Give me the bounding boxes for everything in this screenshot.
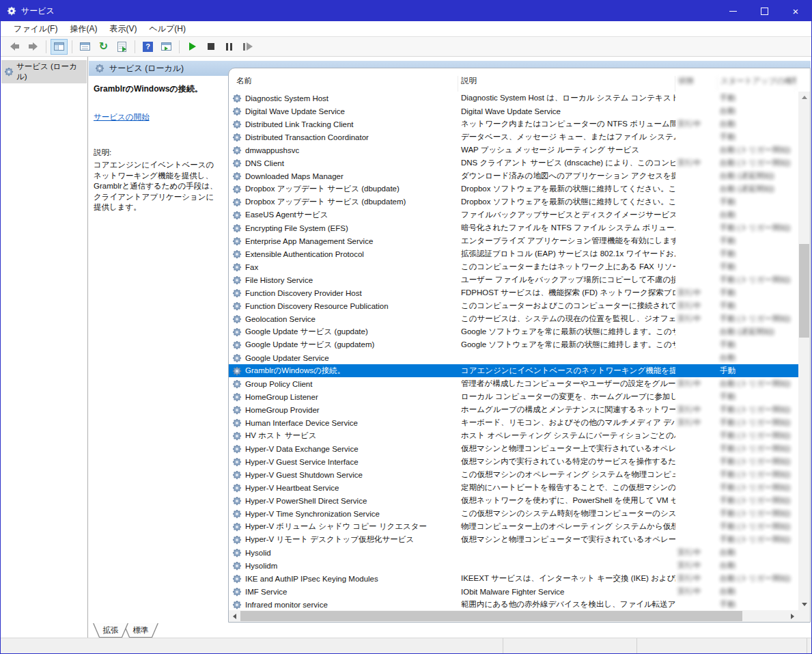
service-row[interactable]: Google Updater Service 自動 bbox=[229, 351, 798, 364]
menu-view[interactable]: 表示(V) bbox=[103, 22, 143, 36]
horizontal-scrollbar[interactable] bbox=[229, 610, 798, 622]
service-row[interactable]: Google Update サービス (gupdate) Google ソフトウ… bbox=[229, 325, 798, 338]
service-name: Dropbox アップデート サービス (dbupdatem) bbox=[245, 197, 406, 207]
service-row[interactable]: IKE and AuthIP IPsec Keying Modules IKEE… bbox=[229, 572, 798, 585]
service-row[interactable]: Hyper-V Time Synchronization Service この仮… bbox=[229, 507, 798, 520]
service-row[interactable]: Digital Wave Update Service Digital Wave… bbox=[229, 105, 798, 118]
view-tabs: 拡張 標準 bbox=[88, 623, 811, 638]
service-row[interactable]: Hyper-V Heartbeat Service 定期的にハートビートを報告す… bbox=[229, 481, 798, 494]
help-button[interactable]: ? bbox=[139, 39, 156, 55]
service-row[interactable]: Function Discovery Provider Host FDPHOST… bbox=[229, 286, 798, 299]
service-row[interactable]: Dropbox アップデート サービス (dbupdate) Dropbox ソ… bbox=[229, 182, 798, 195]
service-row[interactable]: Hysolidm 実行中 自動 bbox=[229, 559, 798, 572]
service-row[interactable]: IMF Service IObit Malware Fighter Servic… bbox=[229, 585, 798, 598]
horizontal-scroll-thumb[interactable] bbox=[240, 611, 742, 621]
tree-item-services-local[interactable]: サービス (ローカル) bbox=[1, 60, 87, 83]
menu-file[interactable]: ファイル(F) bbox=[8, 22, 64, 36]
services-gear-icon bbox=[95, 64, 104, 73]
service-name: HomeGroup Listener bbox=[245, 393, 318, 401]
service-name: Enterprise App Management Service bbox=[245, 237, 373, 245]
service-gear-icon bbox=[232, 405, 242, 415]
service-row[interactable]: DNS Client DNS クライアント サービス (dnscache) によ… bbox=[229, 156, 798, 169]
service-row[interactable]: Encrypting File System (EFS) 暗号化されたファイルを… bbox=[229, 221, 798, 234]
service-row[interactable]: Hysolid 実行中 自動 bbox=[229, 546, 798, 559]
service-gear-icon bbox=[232, 535, 242, 545]
service-gear-icon bbox=[232, 275, 242, 285]
minimize-button[interactable] bbox=[717, 1, 748, 21]
properties-button[interactable] bbox=[76, 39, 94, 55]
back-button[interactable] bbox=[6, 39, 23, 55]
vertical-scrollbar[interactable] bbox=[798, 92, 810, 610]
description-label: 説明: bbox=[94, 148, 221, 158]
column-header-startup-type[interactable]: スタートアップの種類 bbox=[718, 76, 796, 92]
vertical-scroll-thumb[interactable] bbox=[799, 244, 809, 338]
stop-service-button[interactable] bbox=[202, 39, 219, 55]
service-description: 物理コンピューター上のオペレーティング システムから仮想マシンに... bbox=[458, 521, 675, 532]
service-row[interactable]: Infrared monitor service 範囲内にある他の赤外線デバイス… bbox=[229, 598, 798, 610]
close-button[interactable]: × bbox=[780, 1, 811, 21]
service-row[interactable]: Hyper-V PowerShell Direct Service 仮想ネットワ… bbox=[229, 494, 798, 507]
tab-extended[interactable]: 拡張 bbox=[93, 623, 128, 638]
service-row[interactable]: Downloaded Maps Manager ダウンロード済みの地図へのアプリ… bbox=[229, 169, 798, 182]
service-startup-type: 自動 (トリガー開始) bbox=[718, 158, 796, 168]
service-description: Google ソフトウェアを常に最新の状態に維持します。このサービ... bbox=[458, 327, 675, 337]
service-row[interactable]: Hyper-V Data Exchange Service 仮想マシンと物理コン… bbox=[229, 442, 798, 455]
service-row[interactable]: Extensible Authentication Protocol 拡張認証プ… bbox=[229, 247, 798, 260]
forward-button[interactable] bbox=[25, 39, 42, 55]
start-service-link[interactable]: サービスの開始 bbox=[94, 112, 150, 122]
scroll-right-button[interactable] bbox=[787, 610, 798, 622]
service-name: File History Service bbox=[245, 276, 313, 284]
show-action-pane-button[interactable] bbox=[158, 39, 175, 55]
column-header-logon[interactable]: ログ bbox=[796, 76, 799, 92]
service-row[interactable]: Hyper-V Guest Shutdown Service この仮想マシンのオ… bbox=[229, 468, 798, 481]
column-header-description[interactable]: 説明 bbox=[458, 76, 675, 92]
service-row[interactable]: Function Discovery Resource Publication … bbox=[229, 299, 798, 312]
menu-action[interactable]: 操作(A) bbox=[64, 22, 103, 36]
service-row[interactable]: File History Service ユーザー ファイルをバックアップ場所に… bbox=[229, 273, 798, 286]
service-row[interactable]: Dropbox アップデート サービス (dbupdatem) Dropbox … bbox=[229, 195, 798, 208]
service-row[interactable]: Hyper-V Guest Service Interface 仮想マシン内で実… bbox=[229, 455, 798, 468]
service-startup-type: 手動 bbox=[718, 249, 796, 259]
service-row[interactable]: HomeGroup Provider ホームグループの構成とメンテナンスに関連す… bbox=[229, 403, 798, 416]
service-row[interactable]: dmwappushsvc WAP プッシュ メッセージ ルーティング サービス … bbox=[229, 144, 798, 156]
service-row[interactable]: GramblrのWindowsの接続。 コアエンジンにイベントベースのネットワー… bbox=[229, 364, 798, 377]
app-gear-icon bbox=[7, 6, 16, 16]
service-row[interactable]: HV ホスト サービス ホスト オペレーティング システムにパーティションごとの… bbox=[229, 429, 798, 442]
service-row[interactable]: Hyper-V リモート デスクトップ仮想化サービス 仮想マシンと物理コンピュー… bbox=[229, 533, 798, 546]
restart-service-button[interactable] bbox=[239, 39, 256, 55]
service-name: Google Update サービス (gupdate) bbox=[245, 327, 368, 337]
export-list-button[interactable] bbox=[113, 39, 130, 55]
menu-help[interactable]: ヘルプ(H) bbox=[143, 22, 192, 36]
service-row[interactable]: Group Policy Client 管理者が構成したコンピューターやユーザー… bbox=[229, 377, 798, 390]
service-row[interactable]: Human Interface Device Service キーボード、リモコ… bbox=[229, 416, 798, 429]
service-row[interactable]: Distributed Transaction Coordinator データベ… bbox=[229, 131, 798, 144]
service-description: ファイルバックアップサービスとディスクイメージサービスを提供します。 bbox=[458, 210, 675, 220]
refresh-button[interactable]: ↻ bbox=[95, 39, 112, 55]
show-console-tree-button[interactable] bbox=[51, 39, 68, 55]
statusbar-segment bbox=[503, 638, 637, 653]
service-gear-icon bbox=[232, 94, 242, 103]
service-row[interactable]: Hyper-V ボリューム シャドウ コピー リクエスター 物理コンピューター上… bbox=[229, 520, 798, 533]
service-row[interactable]: Google Update サービス (gupdatem) Google ソフト… bbox=[229, 338, 798, 351]
service-name: DNS Client bbox=[245, 159, 284, 167]
scroll-down-button[interactable] bbox=[798, 599, 810, 610]
start-service-button[interactable] bbox=[184, 39, 201, 55]
service-row[interactable]: Distributed Link Tracking Client ネットワーク内… bbox=[229, 118, 798, 131]
service-row[interactable]: EaseUS Agentサービス ファイルバックアップサービスとディスクイメージ… bbox=[229, 208, 798, 221]
service-row[interactable]: Enterprise App Management Service エンタープラ… bbox=[229, 234, 798, 247]
service-row[interactable]: HomeGroup Listener ローカル コンピューターの変更を、ホームグ… bbox=[229, 390, 798, 403]
service-row[interactable]: Geolocation Service このサービスは、システムの現在の位置を監… bbox=[229, 312, 798, 325]
service-description: この仮想マシンのシステム時刻を物理コンピューターのシステム時... bbox=[458, 508, 675, 519]
column-header-status[interactable]: 状態 bbox=[675, 76, 718, 92]
scroll-up-button[interactable] bbox=[798, 92, 810, 103]
back-arrow-icon bbox=[10, 42, 19, 51]
column-header-name[interactable]: ^ 名前 bbox=[229, 76, 458, 92]
action-pane-icon bbox=[161, 42, 171, 51]
service-gear-icon bbox=[232, 470, 242, 480]
maximize-button[interactable] bbox=[748, 1, 780, 21]
service-gear-icon bbox=[232, 483, 242, 493]
service-row[interactable]: Diagnostic System Host Diagnostic System… bbox=[229, 92, 798, 105]
scroll-left-button[interactable] bbox=[229, 610, 240, 622]
service-row[interactable]: Fax このコンピューターまたはネットワーク上にある FAX リソースを利用し.… bbox=[229, 260, 798, 273]
pause-service-button[interactable] bbox=[221, 39, 238, 55]
